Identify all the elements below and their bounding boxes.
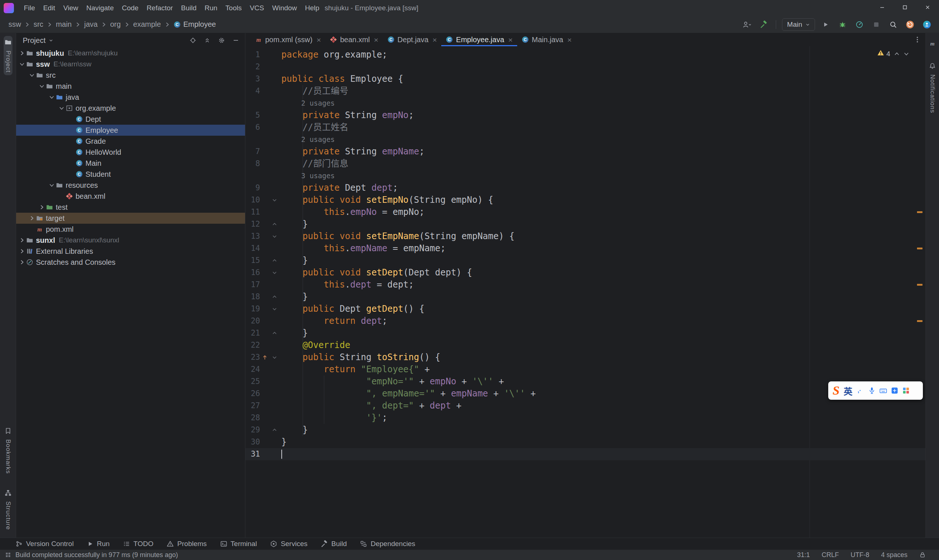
close-window-icon[interactable] [916, 0, 939, 16]
menu-help[interactable]: Help [301, 2, 323, 14]
status-message[interactable]: Build completed successfully in 977 ms (… [15, 551, 178, 559]
tree-item-test[interactable]: test [16, 202, 245, 213]
toolwindow-terminal[interactable]: Terminal [220, 540, 257, 548]
menu-file[interactable]: File [20, 2, 39, 14]
ime-toolbar[interactable]: S 英 ,· [828, 382, 923, 400]
toolwindow-version-control[interactable]: Version Control [15, 540, 74, 548]
minimize-icon[interactable] [871, 0, 893, 16]
tab-pom-xml-ssw[interactable]: mpom.xml (ssw)× [251, 33, 325, 46]
tree-item-ssw[interactable]: sswE:\learn\ssw [16, 58, 245, 70]
tool-stripe-notifications[interactable]: Notifications [928, 60, 937, 116]
prev-problem-icon[interactable] [894, 51, 900, 57]
chevron-right-icon[interactable] [28, 215, 36, 221]
overrides-icon[interactable] [262, 354, 268, 360]
close-icon[interactable]: × [567, 36, 571, 44]
tree-item-helloworld[interactable]: CHelloWorld [16, 147, 245, 158]
gear-icon[interactable] [218, 37, 225, 44]
fold-icon[interactable] [272, 427, 277, 433]
file-encoding[interactable]: UTF-8 [851, 551, 869, 559]
menu-navigate[interactable]: Navigate [82, 2, 118, 14]
indent-setting[interactable]: 4 spaces [881, 551, 907, 559]
menu-code[interactable]: Code [118, 2, 142, 14]
warning-stripe-mark[interactable] [917, 284, 922, 286]
breadcrumb-item-main[interactable]: main [53, 20, 74, 29]
tree-item-src[interactable]: src [16, 70, 245, 81]
tree-item-grade[interactable]: CGrade [16, 136, 245, 147]
line-separator[interactable]: CRLF [822, 551, 839, 559]
breadcrumb-item-employee[interactable]: CEmployee [171, 20, 219, 29]
more-tabs-icon[interactable] [914, 33, 925, 46]
collaborate-button[interactable] [921, 18, 933, 31]
search-everywhere-button[interactable] [887, 18, 899, 31]
keyboard-icon[interactable] [879, 386, 887, 395]
tab-bean-xml[interactable]: bean.xml× [325, 33, 383, 46]
apps-grid-icon[interactable] [902, 386, 910, 395]
warning-count[interactable]: 4 [886, 50, 890, 58]
next-problem-icon[interactable] [904, 51, 909, 57]
fold-icon[interactable] [272, 331, 277, 336]
chevron-right-icon[interactable] [18, 50, 26, 56]
chevron-down-icon[interactable] [38, 83, 46, 89]
menu-run[interactable]: Run [201, 2, 222, 14]
menu-build[interactable]: Build [177, 2, 200, 14]
chevron-right-icon[interactable] [18, 248, 26, 254]
menu-view[interactable]: View [59, 2, 82, 14]
tree-item-pom-xml[interactable]: mpom.xml [16, 224, 245, 235]
toolwindow-dependencies[interactable]: Dependencies [360, 540, 415, 548]
toolwindow-todo[interactable]: TODO [123, 540, 154, 548]
tree-item-student[interactable]: CStudent [16, 169, 245, 180]
tree-item-external-libraries[interactable]: External Libraries [16, 246, 245, 257]
caret-position[interactable]: 31:1 [797, 551, 810, 559]
user-button[interactable] [740, 18, 753, 31]
breadcrumb-item-example[interactable]: example [131, 20, 163, 29]
warning-stripe-mark[interactable] [917, 248, 922, 249]
tool-stripe-project[interactable]: Project [4, 36, 12, 75]
close-icon[interactable]: × [317, 36, 321, 44]
microphone-icon[interactable] [868, 386, 876, 395]
locate-icon[interactable] [189, 37, 196, 44]
chevron-right-icon[interactable] [18, 237, 26, 243]
toolwindow-problems[interactable]: Problems [166, 540, 206, 548]
close-icon[interactable]: × [508, 36, 513, 44]
chevron-down-icon[interactable] [48, 94, 56, 100]
fold-icon[interactable] [272, 197, 277, 203]
menu-refactor[interactable]: Refactor [143, 2, 177, 14]
tab-main-java[interactable]: CMain.java× [517, 33, 576, 46]
fold-icon[interactable] [272, 270, 277, 275]
inspections-widget[interactable]: 4 [877, 49, 909, 58]
update-button[interactable] [904, 18, 916, 31]
profiler-button[interactable] [853, 18, 866, 31]
fold-icon[interactable] [272, 355, 277, 360]
code-area[interactable]: 4 1package org.example;23public class Em… [245, 46, 925, 538]
toolwindow-build[interactable]: Build [320, 540, 346, 548]
tree-item-target[interactable]: target [16, 213, 245, 224]
build-hammer-button[interactable] [757, 18, 770, 31]
tree-item-main[interactable]: main [16, 81, 245, 92]
menu-window[interactable]: Window [268, 2, 301, 14]
usages-hint[interactable]: 2 usages [301, 134, 335, 146]
fold-icon[interactable] [272, 234, 277, 239]
breadcrumb-item-ssw[interactable]: ssw [6, 20, 23, 29]
ime-language-indicator[interactable]: 英 [844, 384, 853, 397]
usages-hint[interactable]: 2 usages [301, 97, 335, 109]
tree-item-resources[interactable]: resources [16, 180, 245, 191]
warning-stripe-mark[interactable] [917, 211, 922, 213]
chevron-down-icon[interactable] [49, 38, 53, 43]
tool-stripe-bookmarks[interactable]: Bookmarks [4, 425, 12, 476]
warning-stripe-mark[interactable] [917, 320, 922, 322]
toolbox-icon[interactable] [891, 386, 899, 395]
fold-icon[interactable] [272, 258, 277, 263]
run-config-select[interactable]: Main [782, 18, 815, 31]
lock-icon[interactable] [919, 552, 926, 558]
run-button[interactable] [819, 18, 832, 31]
fold-icon[interactable] [272, 222, 277, 227]
tool-stripe-maven[interactable]: m [928, 37, 937, 52]
tree-item-bean-xml[interactable]: bean.xml [16, 191, 245, 202]
chevron-down-icon[interactable] [28, 72, 36, 78]
menu-tools[interactable]: Tools [222, 2, 246, 14]
tab-dept-java[interactable]: CDept.java× [383, 33, 442, 46]
breadcrumb-item-java[interactable]: java [82, 20, 100, 29]
menu-edit[interactable]: Edit [39, 2, 59, 14]
tree-item-shujuku[interactable]: shujukuE:\learn\shujuku [16, 48, 245, 58]
fold-icon[interactable] [272, 306, 277, 312]
